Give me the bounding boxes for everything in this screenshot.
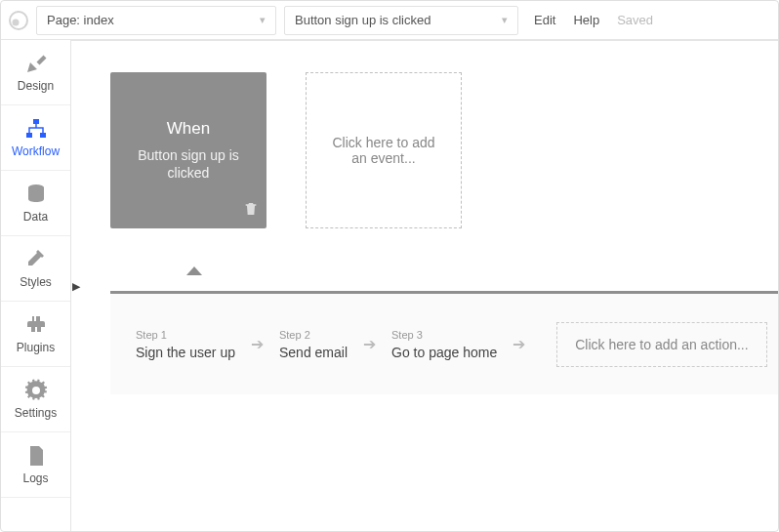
action-step-1[interactable]: Step 1 Sign the user up [136, 329, 235, 360]
event-when-label: When [167, 119, 210, 139]
workflow-canvas: When Button sign up is clicked Click her… [71, 40, 778, 531]
action-step-2[interactable]: Step 2 Send email [279, 329, 348, 360]
svg-rect-3 [26, 133, 32, 138]
event-card[interactable]: When Button sign up is clicked [110, 72, 266, 228]
design-icon [24, 52, 48, 75]
arrow-right-icon: ➔ [251, 335, 264, 353]
save-status: Saved [617, 13, 653, 27]
sidebar-item-data[interactable]: Data [1, 171, 70, 236]
bubble-logo-icon [7, 9, 30, 32]
svg-point-1 [13, 19, 20, 25]
logs-icon [24, 444, 48, 468]
gear-icon [24, 379, 48, 402]
sidebar-item-label: Plugins [17, 341, 55, 354]
sidebar-item-label: Data [23, 210, 48, 224]
step-number: Step 3 [391, 329, 497, 341]
step-number: Step 2 [279, 329, 348, 341]
svg-rect-2 [33, 119, 39, 124]
event-connector-arrow [186, 266, 202, 275]
workflow-icon [24, 117, 48, 141]
step-title: Go to page home [391, 345, 497, 360]
step-title: Sign the user up [136, 345, 235, 360]
sidebar-item-label: Styles [20, 275, 52, 289]
action-step-3[interactable]: Step 3 Go to page home [391, 329, 497, 360]
sidebar-item-styles[interactable]: Styles [1, 236, 70, 302]
page-selector-dropdown[interactable]: Page: index ▾ [36, 6, 276, 35]
arrow-right-icon: ➔ [363, 335, 376, 353]
sidebar-item-design[interactable]: Design [1, 40, 70, 105]
sidebar: Design Workflow Data Styles Plugins [1, 40, 71, 531]
sidebar-item-workflow[interactable]: Workflow [1, 105, 70, 171]
sidebar-item-label: Workflow [12, 144, 60, 158]
sidebar-item-label: Design [18, 79, 54, 93]
workflow-selector-dropdown[interactable]: Button sign up is clicked ▾ [284, 6, 518, 35]
sidebar-item-label: Logs [22, 471, 48, 485]
event-row: When Button sign up is clicked Click her… [110, 72, 778, 228]
arrow-right-icon: ➔ [512, 335, 525, 353]
chevron-down-icon: ▾ [260, 14, 266, 26]
plugins-icon [24, 313, 48, 337]
svg-rect-4 [40, 133, 46, 138]
page-selector-label: Page: index [47, 13, 114, 27]
add-action-text: Click here to add an action... [575, 337, 748, 352]
workflow-selector-label: Button sign up is clicked [295, 13, 430, 27]
chevron-down-icon: ▾ [502, 14, 508, 26]
action-tray: Step 1 Sign the user up ➔ Step 2 Send em… [110, 291, 778, 394]
svg-point-0 [10, 12, 27, 29]
step-title: Send email [279, 345, 348, 360]
add-event-button[interactable]: Click here to add an event... [306, 72, 462, 228]
add-action-button[interactable]: Click here to add an action... [556, 322, 766, 367]
top-bar: Page: index ▾ Button sign up is clicked … [1, 1, 778, 40]
add-event-text: Click here to add an event... [326, 135, 441, 166]
edit-menu[interactable]: Edit [534, 13, 555, 27]
sidebar-item-label: Settings [15, 406, 57, 420]
trash-icon[interactable] [243, 201, 259, 221]
top-menu: Edit Help Saved [534, 13, 653, 27]
styles-icon [24, 248, 48, 271]
sidebar-item-settings[interactable]: Settings [1, 367, 70, 432]
event-condition-text: Button sign up is clicked [120, 146, 257, 182]
sidebar-item-logs[interactable]: Logs [1, 432, 70, 498]
data-icon [24, 183, 48, 206]
help-menu[interactable]: Help [573, 13, 599, 27]
step-number: Step 1 [136, 329, 235, 341]
sidebar-item-plugins[interactable]: Plugins [1, 302, 70, 367]
